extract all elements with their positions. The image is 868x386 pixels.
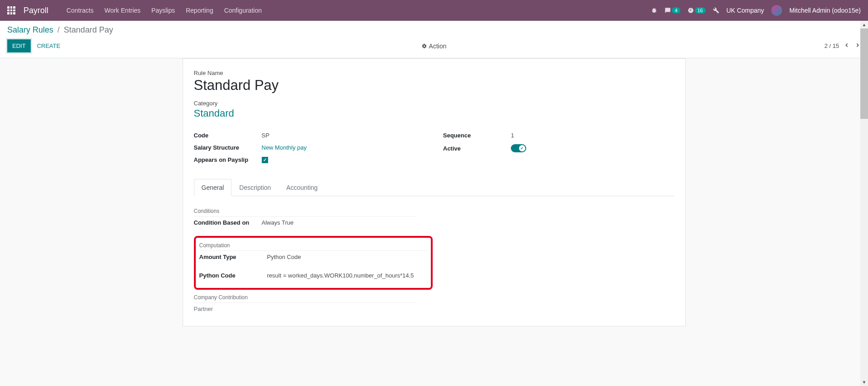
edit-button[interactable]: EDIT xyxy=(7,39,31,52)
pager-prev[interactable] xyxy=(844,42,850,50)
top-navbar: Payroll Contracts Work Entries Payslips … xyxy=(0,0,868,21)
condition-based-value: Always True xyxy=(262,219,294,226)
company-contribution-heading: Company Contribution xyxy=(194,294,415,303)
code-value: SP xyxy=(262,132,269,139)
apps-icon[interactable] xyxy=(7,6,15,14)
tab-description[interactable]: Description xyxy=(231,179,278,196)
sequence-value: 1 xyxy=(511,132,514,139)
condition-based-label: Condition Based on xyxy=(194,219,262,226)
activities-badge: 16 xyxy=(695,7,706,14)
messages-icon[interactable]: 4 xyxy=(665,7,680,14)
scroll-up-icon[interactable]: ▲ xyxy=(860,21,868,28)
gear-icon xyxy=(422,43,427,49)
tab-accounting[interactable]: Accounting xyxy=(278,179,325,196)
sequence-label: Sequence xyxy=(443,132,511,139)
tabs: General Description Accounting xyxy=(194,179,675,196)
breadcrumb-root[interactable]: Salary Rules xyxy=(7,25,53,34)
bug-icon[interactable] xyxy=(651,7,657,14)
messages-badge: 4 xyxy=(672,7,680,14)
breadcrumb-sep: / xyxy=(57,25,60,34)
amount-type-label: Amount Type xyxy=(199,254,267,260)
active-label: Active xyxy=(443,145,511,152)
breadcrumb: Salary Rules / Standard Pay xyxy=(7,25,861,35)
rule-name-value: Standard Pay xyxy=(194,77,675,94)
create-button[interactable]: CREATE xyxy=(37,42,61,49)
company-selector[interactable]: UK Company xyxy=(726,7,764,14)
computation-heading: Computation xyxy=(199,242,427,251)
salary-structure-label: Salary Structure xyxy=(194,144,262,151)
menu-work-entries[interactable]: Work Entries xyxy=(104,7,141,14)
active-toggle[interactable] xyxy=(511,144,526,152)
breadcrumb-current: Standard Pay xyxy=(64,25,113,34)
activities-icon[interactable]: 16 xyxy=(688,7,706,14)
rule-name-label: Rule Name xyxy=(194,70,675,76)
amount-type-value: Python Code xyxy=(267,254,301,260)
control-panel: Salary Rules / Standard Pay EDIT CREATE … xyxy=(0,21,868,58)
vertical-scrollbar[interactable]: ▲ ▼ xyxy=(860,21,868,326)
menu-configuration[interactable]: Configuration xyxy=(224,7,262,14)
menu-contracts[interactable]: Contracts xyxy=(66,7,94,14)
code-label: Code xyxy=(194,132,262,139)
category-label: Category xyxy=(194,100,675,107)
pager-next[interactable] xyxy=(854,42,861,50)
avatar[interactable] xyxy=(771,5,782,16)
salary-structure-value[interactable]: New Monthly pay xyxy=(262,144,307,151)
tab-general[interactable]: General xyxy=(194,179,232,196)
appears-on-payslip-label: Appears on Payslip xyxy=(194,156,262,163)
conditions-heading: Conditions xyxy=(194,208,415,217)
category-value[interactable]: Standard xyxy=(194,108,675,119)
user-menu[interactable]: Mitchell Admin (odoo15e) xyxy=(789,7,861,14)
scroll-thumb[interactable] xyxy=(860,28,868,119)
action-menu[interactable]: Action xyxy=(422,42,447,50)
app-title[interactable]: Payroll xyxy=(24,6,48,15)
partner-label: Partner xyxy=(194,306,262,312)
tools-icon[interactable] xyxy=(713,7,719,14)
appears-on-payslip-checkbox[interactable] xyxy=(262,157,268,163)
menu-payslips[interactable]: Payslips xyxy=(151,7,175,14)
menu-reporting[interactable]: Reporting xyxy=(186,7,213,14)
form-sheet: Rule Name Standard Pay Category Standard… xyxy=(183,58,686,326)
pager-position[interactable]: 2 / 15 xyxy=(824,42,839,49)
python-code-label: Python Code xyxy=(199,272,267,279)
python-code-value: result = worked_days.WORK100.number_of_h… xyxy=(267,272,414,279)
topbar-menu: Contracts Work Entries Payslips Reportin… xyxy=(66,7,262,14)
computation-highlight: Computation Amount Type Python Code Pyth… xyxy=(194,236,433,290)
